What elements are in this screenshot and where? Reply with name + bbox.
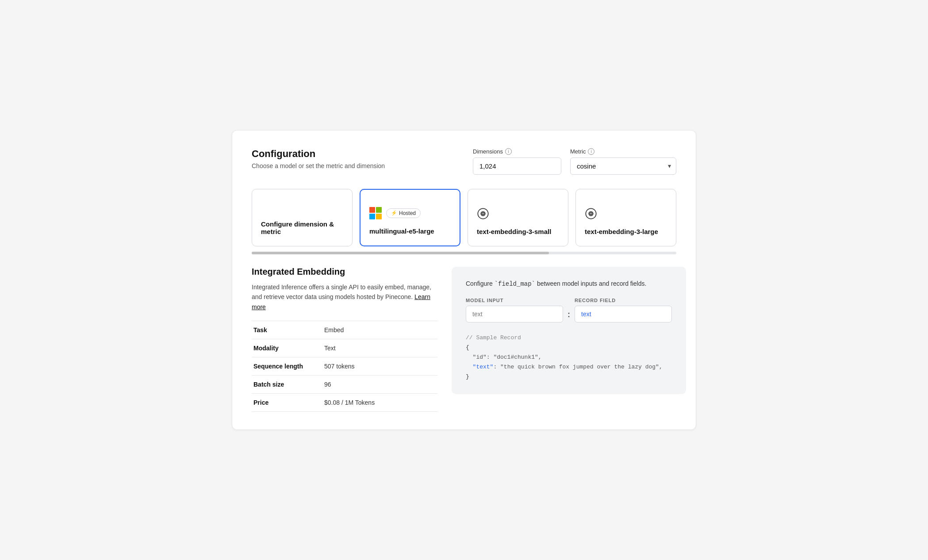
microsoft-logo-icon bbox=[369, 207, 382, 219]
spec-key-task: Task bbox=[252, 321, 322, 339]
metric-info-icon[interactable]: i bbox=[588, 148, 594, 155]
spec-key-batch: Batch size bbox=[252, 376, 322, 394]
spec-row-sequence: Sequence length 507 tokens bbox=[252, 357, 437, 376]
metric-control-group: Metric i cosine euclidean dotproduct ▾ bbox=[570, 148, 676, 175]
code-id-line: "id": "doc1#chunk1", bbox=[466, 353, 672, 362]
sample-code-block: // Sample Record { "id": "doc1#chunk1", … bbox=[466, 333, 672, 382]
model-input-group: MODEL INPUT bbox=[466, 298, 563, 322]
model-card-text-large-name: text-embedding-3-large bbox=[585, 228, 658, 235]
spec-row-batch: Batch size 96 bbox=[252, 376, 437, 394]
model-card-multilingual-name: multilingual-e5-large bbox=[369, 227, 434, 235]
spec-key-price: Price bbox=[252, 394, 322, 412]
record-field-group: RECORD FIELD bbox=[575, 298, 672, 322]
embedding-title: Integrated Embedding bbox=[252, 267, 437, 277]
dimensions-control-group: Dimensions i bbox=[473, 148, 561, 175]
config-header: Configuration Choose a model or set the … bbox=[252, 148, 676, 175]
hosted-badge: ⚡ Hosted bbox=[386, 208, 421, 218]
code-comment-line: // Sample Record bbox=[466, 333, 672, 343]
model-cards-wrapper: Configure dimension &metric ⚡ Hosted bbox=[252, 189, 676, 246]
learn-more-link[interactable]: Learn more bbox=[252, 293, 430, 310]
model-card-text-small-name: text-embedding-3-small bbox=[477, 228, 551, 235]
config-subtitle: Choose a model or set the metric and dim… bbox=[252, 162, 385, 169]
embedding-info: Integrated Embedding Integrated Inferenc… bbox=[252, 267, 437, 412]
field-map-desc: Configure `field_map` between model inpu… bbox=[466, 279, 672, 289]
card-top-large bbox=[585, 207, 597, 220]
model-card-configure[interactable]: Configure dimension &metric bbox=[252, 189, 353, 246]
config-title-block: Configuration Choose a model or set the … bbox=[252, 148, 385, 169]
code-open-brace: { bbox=[466, 343, 672, 353]
metric-label: Metric i bbox=[570, 148, 676, 155]
field-map-inputs: MODEL INPUT : RECORD FIELD bbox=[466, 298, 672, 322]
spec-row-task: Task Embed bbox=[252, 321, 437, 339]
metric-select[interactable]: cosine euclidean dotproduct bbox=[570, 157, 676, 175]
model-input-field[interactable] bbox=[466, 306, 563, 322]
model-cards-row: Configure dimension &metric ⚡ Hosted bbox=[252, 189, 676, 246]
main-container: Configuration Choose a model or set the … bbox=[232, 130, 696, 430]
spec-value-price: $0.08 / 1M Tokens bbox=[322, 394, 437, 412]
model-card-configure-name: Configure dimension &metric bbox=[261, 220, 334, 235]
scroll-bar bbox=[252, 252, 676, 254]
spec-row-price: Price $0.08 / 1M Tokens bbox=[252, 394, 437, 412]
svg-point-0 bbox=[482, 213, 484, 215]
model-card-text-small[interactable]: text-embedding-3-small bbox=[468, 189, 568, 246]
colon-separator: : bbox=[568, 310, 570, 319]
card-top-small bbox=[477, 207, 489, 220]
code-text-line: "text": "the quick brown fox jumped over… bbox=[466, 362, 672, 372]
spec-key-sequence: Sequence length bbox=[252, 357, 322, 376]
openai-icon-large bbox=[585, 207, 597, 220]
dimensions-label: Dimensions i bbox=[473, 148, 561, 155]
spec-key-modality: Modality bbox=[252, 339, 322, 357]
spec-value-task: Embed bbox=[322, 321, 437, 339]
field-map-panel: Configure `field_map` between model inpu… bbox=[452, 267, 686, 394]
model-card-multilingual[interactable]: ⚡ Hosted multilingual-e5-large bbox=[360, 189, 460, 246]
code-close-brace: } bbox=[466, 372, 672, 382]
metric-select-wrapper: cosine euclidean dotproduct ▾ bbox=[570, 157, 676, 175]
model-card-text-large[interactable]: text-embedding-3-large bbox=[575, 189, 676, 246]
scroll-track bbox=[252, 252, 676, 254]
svg-point-1 bbox=[590, 213, 592, 215]
model-input-label: MODEL INPUT bbox=[466, 298, 563, 303]
spec-value-batch: 96 bbox=[322, 376, 437, 394]
card-top-multilingual: ⚡ Hosted bbox=[369, 207, 421, 219]
config-controls: Dimensions i Metric i cosine euclidean d… bbox=[473, 148, 676, 175]
openai-icon-small bbox=[477, 207, 489, 220]
spec-value-sequence: 507 tokens bbox=[322, 357, 437, 376]
spec-value-modality: Text bbox=[322, 339, 437, 357]
scroll-thumb bbox=[252, 252, 549, 254]
record-field-label: RECORD FIELD bbox=[575, 298, 672, 303]
bolt-icon: ⚡ bbox=[391, 210, 397, 216]
embedding-desc: Integrated Inference offers a single API… bbox=[252, 282, 437, 312]
specs-table: Task Embed Modality Text Sequence length… bbox=[252, 321, 437, 412]
spec-row-modality: Modality Text bbox=[252, 339, 437, 357]
record-field-input[interactable] bbox=[575, 306, 672, 322]
bottom-section: Integrated Embedding Integrated Inferenc… bbox=[252, 267, 676, 412]
dimensions-input[interactable] bbox=[473, 157, 561, 175]
dimensions-info-icon[interactable]: i bbox=[505, 148, 512, 155]
config-title: Configuration bbox=[252, 148, 385, 160]
